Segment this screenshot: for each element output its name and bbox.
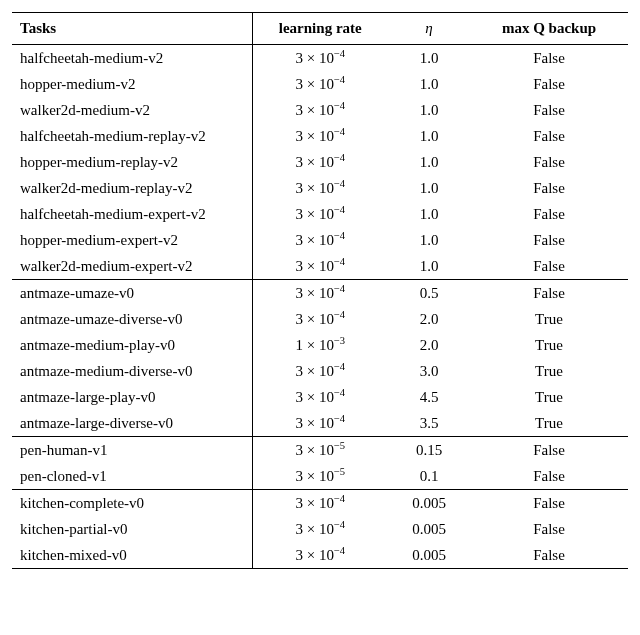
table-row: kitchen-partial-v03 × 10−40.005False	[12, 516, 628, 542]
cell-learning-rate: 3 × 10−4	[252, 227, 388, 253]
cell-eta: 1.0	[388, 175, 470, 201]
table-row: kitchen-complete-v03 × 10−40.005False	[12, 490, 628, 517]
cell-eta: 1.0	[388, 253, 470, 280]
cell-task: kitchen-mixed-v0	[12, 542, 252, 569]
cell-learning-rate: 1 × 10−3	[252, 332, 388, 358]
cell-task: antmaze-medium-diverse-v0	[12, 358, 252, 384]
table-row: hopper-medium-replay-v23 × 10−41.0False	[12, 149, 628, 175]
table-row: pen-human-v13 × 10−50.15False	[12, 437, 628, 464]
cell-task: kitchen-partial-v0	[12, 516, 252, 542]
cell-maxq: True	[470, 410, 628, 437]
cell-eta: 0.005	[388, 542, 470, 569]
cell-task: kitchen-complete-v0	[12, 490, 252, 517]
cell-eta: 0.005	[388, 490, 470, 517]
cell-learning-rate: 3 × 10−4	[252, 175, 388, 201]
cell-learning-rate: 3 × 10−4	[252, 97, 388, 123]
table-row: hopper-medium-v23 × 10−41.0False	[12, 71, 628, 97]
cell-maxq: False	[470, 437, 628, 464]
header-max-q-backup: max Q backup	[470, 13, 628, 45]
cell-learning-rate: 3 × 10−4	[252, 410, 388, 437]
table-row: pen-cloned-v13 × 10−50.1False	[12, 463, 628, 490]
table-row: halfcheetah-medium-expert-v23 × 10−41.0F…	[12, 201, 628, 227]
cell-task: walker2d-medium-replay-v2	[12, 175, 252, 201]
table-row: halfcheetah-medium-replay-v23 × 10−41.0F…	[12, 123, 628, 149]
cell-maxq: False	[470, 490, 628, 517]
cell-eta: 1.0	[388, 97, 470, 123]
cell-task: hopper-medium-replay-v2	[12, 149, 252, 175]
cell-task: antmaze-large-play-v0	[12, 384, 252, 410]
cell-eta: 4.5	[388, 384, 470, 410]
cell-task: pen-human-v1	[12, 437, 252, 464]
cell-learning-rate: 3 × 10−4	[252, 542, 388, 569]
cell-eta: 1.0	[388, 201, 470, 227]
cell-learning-rate: 3 × 10−5	[252, 463, 388, 490]
cell-task: pen-cloned-v1	[12, 463, 252, 490]
cell-task: antmaze-umaze-v0	[12, 280, 252, 307]
cell-task: antmaze-large-diverse-v0	[12, 410, 252, 437]
cell-eta: 1.0	[388, 149, 470, 175]
cell-maxq: False	[470, 516, 628, 542]
hyperparameters-table: Tasks learning rate η max Q backup halfc…	[12, 12, 628, 569]
cell-task: hopper-medium-expert-v2	[12, 227, 252, 253]
cell-learning-rate: 3 × 10−4	[252, 358, 388, 384]
cell-maxq: True	[470, 332, 628, 358]
cell-learning-rate: 3 × 10−4	[252, 490, 388, 517]
table-row: halfcheetah-medium-v23 × 10−41.0False	[12, 45, 628, 72]
cell-maxq: False	[470, 123, 628, 149]
cell-learning-rate: 3 × 10−4	[252, 384, 388, 410]
table-row: walker2d-medium-replay-v23 × 10−41.0Fals…	[12, 175, 628, 201]
cell-eta: 1.0	[388, 227, 470, 253]
cell-learning-rate: 3 × 10−4	[252, 253, 388, 280]
cell-eta: 3.0	[388, 358, 470, 384]
cell-eta: 1.0	[388, 71, 470, 97]
cell-eta: 1.0	[388, 45, 470, 72]
cell-maxq: False	[470, 97, 628, 123]
table-row: antmaze-large-diverse-v03 × 10−43.5True	[12, 410, 628, 437]
cell-task: halfcheetah-medium-expert-v2	[12, 201, 252, 227]
cell-eta: 2.0	[388, 332, 470, 358]
cell-maxq: True	[470, 384, 628, 410]
header-tasks: Tasks	[12, 13, 252, 45]
table-row: antmaze-umaze-diverse-v03 × 10−42.0True	[12, 306, 628, 332]
table-row: hopper-medium-expert-v23 × 10−41.0False	[12, 227, 628, 253]
cell-task: hopper-medium-v2	[12, 71, 252, 97]
cell-task: walker2d-medium-v2	[12, 97, 252, 123]
cell-learning-rate: 3 × 10−4	[252, 71, 388, 97]
cell-maxq: True	[470, 306, 628, 332]
cell-task: halfcheetah-medium-replay-v2	[12, 123, 252, 149]
table-row: antmaze-large-play-v03 × 10−44.5True	[12, 384, 628, 410]
cell-eta: 0.15	[388, 437, 470, 464]
cell-learning-rate: 3 × 10−4	[252, 201, 388, 227]
cell-learning-rate: 3 × 10−5	[252, 437, 388, 464]
cell-maxq: True	[470, 358, 628, 384]
cell-eta: 3.5	[388, 410, 470, 437]
header-learning-rate: learning rate	[252, 13, 388, 45]
cell-task: walker2d-medium-expert-v2	[12, 253, 252, 280]
table-header-row: Tasks learning rate η max Q backup	[12, 13, 628, 45]
cell-learning-rate: 3 × 10−4	[252, 280, 388, 307]
cell-maxq: False	[470, 463, 628, 490]
cell-maxq: False	[470, 175, 628, 201]
cell-maxq: False	[470, 71, 628, 97]
cell-learning-rate: 3 × 10−4	[252, 149, 388, 175]
cell-maxq: False	[470, 201, 628, 227]
cell-eta: 0.1	[388, 463, 470, 490]
table-row: walker2d-medium-expert-v23 × 10−41.0Fals…	[12, 253, 628, 280]
cell-learning-rate: 3 × 10−4	[252, 45, 388, 72]
cell-eta: 2.0	[388, 306, 470, 332]
cell-maxq: False	[470, 45, 628, 72]
table-row: antmaze-umaze-v03 × 10−40.5False	[12, 280, 628, 307]
cell-task: antmaze-medium-play-v0	[12, 332, 252, 358]
cell-maxq: False	[470, 542, 628, 569]
cell-maxq: False	[470, 253, 628, 280]
cell-task: halfcheetah-medium-v2	[12, 45, 252, 72]
cell-learning-rate: 3 × 10−4	[252, 306, 388, 332]
header-eta: η	[388, 13, 470, 45]
cell-eta: 0.005	[388, 516, 470, 542]
table-row: antmaze-medium-diverse-v03 × 10−43.0True	[12, 358, 628, 384]
table-row: antmaze-medium-play-v01 × 10−32.0True	[12, 332, 628, 358]
cell-maxq: False	[470, 149, 628, 175]
cell-learning-rate: 3 × 10−4	[252, 123, 388, 149]
table-row: walker2d-medium-v23 × 10−41.0False	[12, 97, 628, 123]
cell-task: antmaze-umaze-diverse-v0	[12, 306, 252, 332]
